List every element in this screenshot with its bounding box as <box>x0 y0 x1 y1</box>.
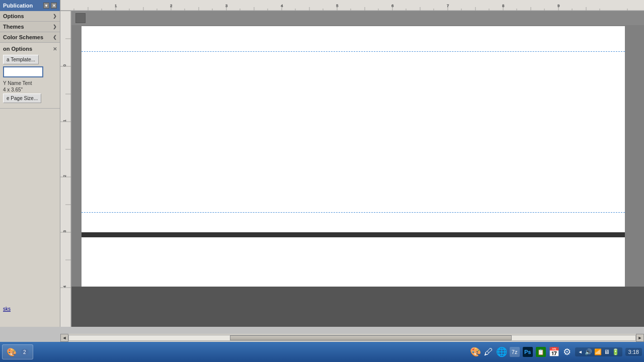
svg-text:4: 4 <box>63 286 66 288</box>
template-name-info: Y Name Tent <box>3 80 57 86</box>
tasks-link[interactable]: sks <box>3 306 11 312</box>
dark-bar-top <box>82 232 625 237</box>
horizontal-scrollbar[interactable]: ◄ ► <box>60 334 644 342</box>
input-wrapper <box>3 66 57 77</box>
panel-header-buttons: ▼ ✕ <box>43 3 57 9</box>
left-panel: Publication ▼ ✕ Options ❯ Themes ❯ Color… <box>0 0 60 327</box>
system-tray: ◄ 🔊 📶 🖥 🔋 <box>575 347 622 356</box>
color-schemes-chevron-icon: ❮ <box>53 35 57 40</box>
tray-battery-icon[interactable]: 🔋 <box>612 348 619 355</box>
color-schemes-section-header[interactable]: Color Schemes ❮ <box>0 32 60 43</box>
scroll-left-button[interactable]: ◄ <box>60 334 68 342</box>
svg-rect-52 <box>60 11 71 327</box>
svg-text:2: 2 <box>170 4 173 8</box>
options-label: Options <box>3 13 24 19</box>
dashed-line-middle <box>82 212 625 213</box>
taskbar-clock[interactable]: 3:18 <box>625 348 642 356</box>
ruler-top-svg: /* ticks rendered below */ 1 2 3 4 5 6 7… <box>60 0 644 11</box>
template-name-input[interactable] <box>3 66 43 77</box>
close-panel-button[interactable]: ✕ <box>51 3 57 9</box>
clock-time: 3:18 <box>628 349 639 355</box>
page-badge: 2 <box>21 349 29 355</box>
ruler-left-svg: 0 1 2 3 4 <box>60 11 71 327</box>
template-size-info: 4 x 3.65" <box>3 87 57 93</box>
tray-display-icon[interactable]: 🖥 <box>604 348 610 355</box>
toolbar-area <box>71 11 644 25</box>
svg-text:3: 3 <box>63 230 66 232</box>
taskbar-icon-photoshop[interactable]: Ps <box>523 347 533 357</box>
insertion-options-section: on Options ✕ a Template... Y Name Tent 4… <box>0 43 60 109</box>
themes-chevron-icon: ❯ <box>53 24 57 29</box>
scroll-right-button[interactable]: ► <box>636 334 644 342</box>
svg-text:1: 1 <box>63 120 66 122</box>
taskbar-app-icon: 🎨 <box>7 347 17 357</box>
svg-text:8: 8 <box>502 4 505 8</box>
toolbar-icon <box>75 13 86 23</box>
svg-text:1: 1 <box>115 4 117 8</box>
taskbar-icon-publisher[interactable]: 📋 <box>536 347 546 357</box>
dashed-line-top <box>82 51 625 52</box>
page-size-button[interactable]: e Page Size... <box>3 94 41 103</box>
tray-sound-icon[interactable]: 🔊 <box>585 348 592 355</box>
panel-header: Publication ▼ ✕ <box>0 0 60 11</box>
insertion-options-label: on Options <box>3 46 32 52</box>
svg-text:5: 5 <box>336 4 339 8</box>
taskbar-icon-7zip[interactable]: 7z <box>510 347 520 357</box>
taskbar-icon-calendar[interactable]: 📅 <box>549 347 559 357</box>
scroll-track[interactable] <box>68 335 636 341</box>
document-page[interactable] <box>82 26 625 303</box>
svg-rect-0 <box>60 0 644 11</box>
ruler-top: /* ticks rendered below */ 1 2 3 4 5 6 7… <box>60 0 644 11</box>
bottom-gray-area <box>71 287 644 327</box>
svg-text:4: 4 <box>281 4 283 8</box>
color-schemes-label: Color Schemes <box>3 34 43 40</box>
taskbar-icon-settings[interactable]: ⚙ <box>562 347 572 357</box>
options-section-header[interactable]: Options ❯ <box>0 11 60 22</box>
main-area <box>71 11 644 327</box>
svg-text:6: 6 <box>391 4 394 8</box>
scroll-thumb[interactable] <box>230 335 512 340</box>
insertion-options-title: on Options ✕ <box>3 46 57 52</box>
themes-section-header[interactable]: Themes ❯ <box>0 22 60 32</box>
template-button[interactable]: a Template... <box>3 55 39 64</box>
svg-text:2: 2 <box>63 175 66 177</box>
options-chevron-icon: ❯ <box>53 14 57 19</box>
insertion-options-close-icon[interactable]: ✕ <box>53 46 57 52</box>
taskbar-icon-chrome[interactable]: 🌐 <box>497 347 507 357</box>
svg-text:3: 3 <box>225 4 228 8</box>
minimize-panel-button[interactable]: ▼ <box>43 3 49 9</box>
taskbar: 🎨 2 🎨 🖊 🌐 7z Ps 📋 📅 ⚙ ◄ 🔊 📶 🖥 🔋 3:18 <box>0 342 644 362</box>
svg-text:0: 0 <box>63 64 66 66</box>
ruler-left: 0 1 2 3 4 <box>60 11 71 327</box>
taskbar-right: 🎨 🖊 🌐 7z Ps 📋 📅 ⚙ ◄ 🔊 📶 🖥 🔋 3:18 <box>470 347 642 357</box>
svg-text:9: 9 <box>557 4 560 8</box>
taskbar-icon-paintbrush[interactable]: 🎨 <box>470 347 480 357</box>
taskbar-icon-pen[interactable]: 🖊 <box>484 347 494 357</box>
taskbar-app-item[interactable]: 🎨 2 <box>2 344 33 359</box>
panel-title: Publication <box>3 3 33 9</box>
tray-network-icon[interactable]: 📶 <box>594 348 602 355</box>
svg-text:7: 7 <box>447 4 449 8</box>
tray-arrow-icon[interactable]: ◄ <box>578 349 583 354</box>
themes-label: Themes <box>3 24 24 30</box>
